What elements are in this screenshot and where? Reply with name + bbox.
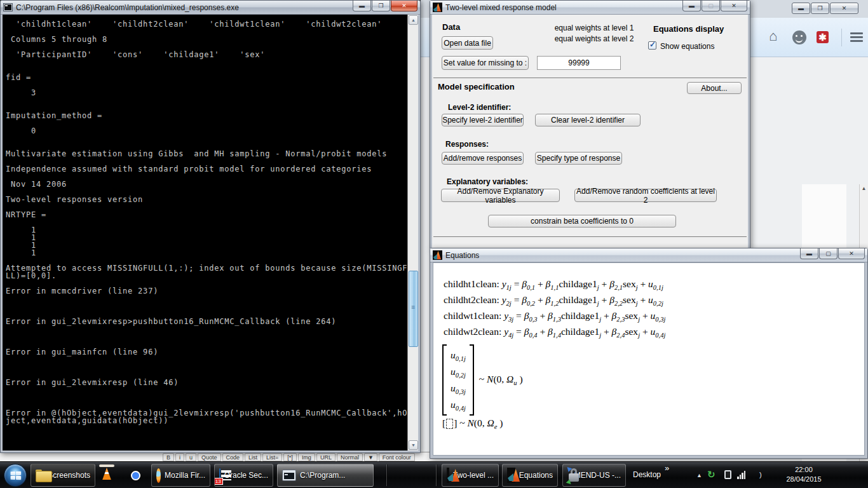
specify-type-response-button[interactable]: Specify type of response [535,152,622,165]
desktop-toolbar[interactable]: Desktop [633,470,661,479]
equations-titlebar[interactable]: Equations ▬ ▢ ✕ [430,248,867,262]
maximize-icon: ▢ [825,250,831,257]
explanatory-variables-label: Explanatory variables: [447,177,528,186]
console-scrollbar[interactable]: ▲ ▼ [407,15,418,451]
scroll-up-button[interactable]: ▲ [409,15,418,25]
editor-button[interactable]: Font colour [379,453,415,461]
chat-smiley-icon[interactable] [792,30,806,44]
dialog-maximize-button[interactable]: ▢ [702,1,720,11]
u-vector-row: u0,4j [451,396,466,413]
equations-maximize-button[interactable]: ▢ [819,248,837,259]
editor-button[interactable]: u [186,453,196,461]
taskbar-item-console[interactable]: C:\Program... [277,464,374,487]
equations-close-button[interactable]: ✕ [838,248,865,259]
minimize-icon: ▬ [806,250,812,257]
missing-value-input[interactable]: 99999 [537,56,621,70]
equation-lines: childht1clean: y1j = β0,1 + β1,1childage… [444,276,665,339]
equations-content: childht1clean: y1j = β0,1 + β1,1childage… [433,262,865,456]
home-icon[interactable]: ⌂ [769,28,777,44]
console-minimize-button[interactable]: ▬ [353,1,371,11]
notification-badge: 13 [214,478,223,485]
oracle-icon: 13 [219,468,220,482]
clear-level2-button[interactable]: Clear level-2 identifier [535,114,641,126]
console-close-button[interactable]: ✕ [391,1,417,11]
editor-button[interactable]: Img [298,453,315,461]
editor-button[interactable]: List= [262,453,282,461]
model-dialog-titlebar[interactable]: Two-level mixed response model ▬ ▢ ✕ [430,1,750,15]
maximize-icon: ▢ [708,3,714,9]
matlab-icon [507,468,515,483]
editor-button[interactable]: [*] [283,453,297,461]
network-signal-icon[interactable] [737,471,745,479]
constrain-beta-button[interactable]: constrain beta coefficients to 0 [488,215,676,227]
u-vector-row: u0,2j [451,363,466,380]
forum-editor-strip: BiuQuoteCodeListList=[*]ImgURLNormal▼Fon… [0,452,440,461]
browser-window-controls: ▬ ❐ ✕ [791,3,858,14]
model-dialog-content: Data Open data file equal weights at lev… [432,15,748,248]
equation-line: childwt1clean: y3j = β0,3 + β1,3childage… [444,308,665,323]
editor-button[interactable]: URL [316,453,336,461]
dialog-close-button[interactable]: ✕ [721,1,747,11]
add-remove-random-coefficients-button[interactable]: Add/Remove random coefficients at level … [574,189,717,202]
taskbar-item-mendus[interactable]: MEND-US -... [562,464,626,487]
tray-show-hidden-icon[interactable]: ▲ [696,472,702,478]
open-data-file-button[interactable]: Open data file [442,36,493,50]
clock-time: 22:00 [775,465,832,475]
add-remove-responses-button[interactable]: Add/remove responses [442,152,524,165]
equations-minimize-button[interactable]: ▬ [800,248,818,259]
e-distribution: [] ~ N(0, Ωe ) [442,417,503,430]
taskbar-item-equations[interactable]: Equations [502,464,558,487]
menu-icon[interactable] [850,32,863,43]
browser-close-button[interactable]: ✕ [830,3,858,14]
equation-line: childwt2clean: y4j = β0,4 + β1,4childage… [444,323,665,339]
taskbar-item-screenshots[interactable]: Screenshots [31,464,95,487]
tray-device-icon[interactable] [724,470,731,479]
scrollbar-thumb[interactable] [409,271,418,347]
toolbar-overflow-chevron[interactable]: » [665,463,669,473]
editor-button[interactable]: Quote [198,453,221,461]
browser-restore-button[interactable]: ❐ [811,3,829,14]
taskbar-item-firefox[interactable]: Mozilla Fir... [151,464,210,487]
left-bracket [442,344,447,416]
residual-vector-placeholder [446,419,453,429]
taskbar-item-oracle[interactable]: 13 Oracle Sec... [214,464,273,487]
specify-level2-button[interactable]: Specify level-2 identifier [442,114,524,126]
set-missing-value-button[interactable]: Set value for missing to : [442,56,529,70]
editor-button[interactable]: B [163,453,174,461]
show-equations-checkbox[interactable] [648,41,656,50]
equation-line: childht2clean: y2j = β0,2 + β1,2childage… [444,292,665,308]
weights-line1: equal weights at level 1 [527,23,661,34]
start-button[interactable] [4,464,27,487]
taskbar-item-label: MEND-US -... [574,471,621,480]
scroll-down-button[interactable]: ▼ [409,440,418,450]
model-spec-heading: Model specification [438,82,515,92]
editor-toolbar-buttons: BiuQuoteCodeListList=[*]ImgURLNormal▼Fon… [163,453,416,461]
taskbar-item-twolevel[interactable]: Two-level ... [442,464,499,487]
show-equations-label: Show equations [660,42,714,51]
editor-button[interactable]: Normal [337,453,363,461]
u-vector: u0,1ju0,2ju0,3ju0,4j ~ N(0, Ωu ) [442,344,523,416]
taskbar-clock[interactable]: 22:00 28/04/2015 [775,465,832,484]
equations-display-heading: Equations display [653,24,724,34]
editor-button[interactable]: List [245,453,261,461]
section-divider [433,236,747,237]
taskbar-divider [386,464,387,486]
console-icon [282,470,296,481]
about-button[interactable]: About... [687,82,742,94]
editor-button[interactable]: i [175,453,184,461]
minimize-icon: ▬ [798,5,804,11]
scroll-up-icon[interactable]: ▲ [860,186,867,191]
taskbar: Screenshots Mozilla Fir... 13 Oracle Sec… [0,461,868,488]
editor-button[interactable]: Code [222,453,244,461]
weights-line2: equal weights at level 2 [527,34,661,44]
console-titlebar[interactable]: C:\Program Files (x86)\Realcom\Imputatio… [1,1,420,15]
clock-date: 28/04/2015 [775,475,832,484]
close-icon: ✕ [731,3,736,9]
console-restore-button[interactable]: ❐ [372,1,390,11]
tray-sync-icon[interactable]: ↻ [707,469,715,480]
browser-minimize-button[interactable]: ▬ [792,3,810,14]
dialog-minimize-button[interactable]: ▬ [682,1,701,11]
add-remove-explanatory-button[interactable]: Add/Remove Explanatory variables [441,189,560,202]
editor-button[interactable]: ▼ [364,453,377,461]
lastpass-icon[interactable]: ✱ [817,31,829,43]
